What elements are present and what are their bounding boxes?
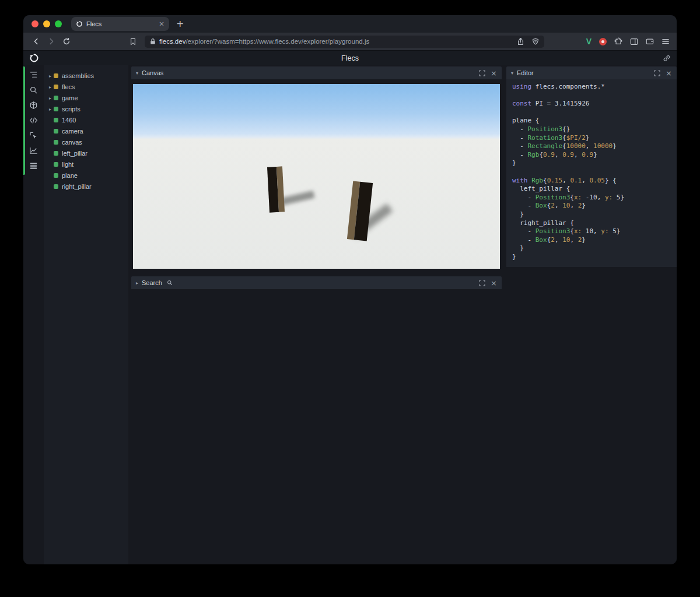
browser-window: Flecs × + flecs.dev/explorer/?wasm=https…: [23, 15, 677, 564]
tab-title: Flecs: [86, 20, 155, 27]
url-text: flecs.dev/explorer/?wasm=https://www.fle…: [159, 38, 513, 45]
canvas-panel-title: Canvas: [142, 69, 163, 76]
expand-chevron-icon[interactable]: ▸: [49, 107, 51, 112]
expand-chevron-icon[interactable]: ▸: [49, 96, 51, 101]
tree-item-scripts[interactable]: ▸scripts: [47, 103, 128, 114]
tree-item-assemblies[interactable]: ▸assemblies: [47, 70, 128, 81]
lock-icon: [150, 38, 156, 45]
canvas-panel-header[interactable]: ▾ Canvas ×: [131, 66, 502, 79]
code-line: [512, 108, 671, 117]
code-line: - Box{2, 10, 2}: [512, 202, 671, 210]
new-tab-button[interactable]: +: [176, 19, 184, 29]
tree-item-canvas[interactable]: canvas: [47, 136, 128, 148]
editor-panel-header[interactable]: ▾ Editor ×: [506, 66, 677, 79]
code-line: - Position3{}: [512, 125, 671, 134]
entities-cube-icon[interactable]: [26, 99, 41, 112]
search-magnifier-icon: [167, 280, 173, 286]
close-panel-icon[interactable]: ×: [666, 69, 672, 77]
code-line: using flecs.components.*: [512, 83, 671, 92]
brave-shield-icon[interactable]: [532, 38, 539, 45]
back-button[interactable]: [29, 34, 43, 48]
expand-chevron-icon[interactable]: ▸: [49, 73, 51, 79]
entity-color-icon: [54, 73, 58, 78]
tab-close-icon[interactable]: ×: [159, 20, 164, 27]
red-extension-icon[interactable]: [599, 38, 607, 45]
entity-color-icon: [54, 96, 58, 100]
url-actions: [517, 37, 539, 45]
entity-color-icon: [54, 173, 58, 178]
search-panel-header[interactable]: ▸ Search ×: [131, 276, 502, 289]
tree-item-camera[interactable]: camera: [47, 125, 128, 136]
expand-panel-icon[interactable]: [479, 70, 485, 76]
right-pillar-mesh: [347, 181, 373, 241]
entity-color-icon: [54, 162, 58, 167]
app-body: ▸assemblies▸flecs▸game▸scripts1460camera…: [23, 65, 677, 564]
code-line: }: [512, 253, 671, 262]
editor-panel-title: Editor: [517, 69, 534, 76]
extension-icons: V: [586, 37, 670, 46]
expand-panel-icon[interactable]: [654, 70, 660, 76]
entity-color-icon: [54, 118, 58, 122]
expand-chevron-icon[interactable]: ▸: [49, 85, 51, 90]
flecs-logo-icon[interactable]: [29, 53, 39, 63]
app-header: Flecs: [23, 50, 677, 65]
queries-list-icon[interactable]: [26, 159, 41, 173]
center-column: ▾ Canvas ×: [128, 65, 502, 564]
maximize-window-button[interactable]: [55, 20, 62, 27]
wallet-icon[interactable]: [646, 38, 654, 45]
forward-button[interactable]: [44, 34, 58, 48]
tree-item-right_pillar[interactable]: right_pillar: [47, 181, 128, 192]
tree-item-label: light: [62, 161, 74, 168]
reload-button[interactable]: [60, 34, 74, 48]
code-line: with Rgb{0.15, 0.1, 0.05} {: [512, 177, 671, 185]
tree-item-label: scripts: [62, 106, 80, 113]
editor-panel: ▾ Editor × using flecs.components.* cons…: [506, 65, 677, 564]
expand-panel-icon[interactable]: [479, 280, 485, 286]
chevron-right-icon[interactable]: ▸: [136, 280, 138, 286]
share-link-icon[interactable]: [663, 54, 671, 62]
sidebar-toggle-icon[interactable]: [630, 38, 638, 45]
bookmark-icon[interactable]: [126, 34, 140, 48]
vue-devtools-icon[interactable]: V: [586, 37, 592, 46]
tree-item-plane[interactable]: plane: [47, 170, 128, 181]
search-panel-actions: ×: [479, 279, 497, 287]
left-menu-bar: [23, 65, 44, 564]
share-icon[interactable]: [517, 37, 524, 45]
url-path: /explorer/?wasm=https://www.flecs.dev/ex…: [186, 38, 369, 45]
tree-item-label: game: [62, 94, 78, 101]
tab-strip: Flecs × +: [23, 15, 677, 33]
tree-item-game[interactable]: ▸game: [47, 92, 128, 103]
code-line: }: [512, 244, 671, 253]
chevron-down-icon[interactable]: ▾: [511, 71, 513, 76]
minimize-window-button[interactable]: [43, 20, 50, 27]
browser-tab[interactable]: Flecs ×: [71, 17, 169, 31]
menu-accent-strip: [23, 66, 25, 175]
menu-icon[interactable]: [662, 38, 670, 45]
outliner-icon[interactable]: [26, 68, 41, 82]
search-panel-title: Search: [142, 279, 162, 286]
code-line: }: [512, 210, 671, 219]
tree-item-left_pillar[interactable]: left_pillar: [47, 148, 128, 159]
3d-viewport[interactable]: [133, 84, 500, 269]
code-icon[interactable]: [26, 114, 41, 127]
address-bar[interactable]: flecs.dev/explorer/?wasm=https://www.fle…: [145, 36, 544, 48]
search-icon[interactable]: [26, 83, 41, 97]
entity-color-icon: [54, 107, 58, 111]
close-window-button[interactable]: [32, 20, 38, 27]
tree-item-light[interactable]: light: [47, 159, 128, 170]
tree-item-1460[interactable]: 1460: [47, 114, 128, 125]
chevron-down-icon[interactable]: ▾: [136, 71, 138, 76]
code-line: right_pillar {: [512, 219, 671, 228]
tree-item-label: camera: [62, 128, 83, 135]
editor-code[interactable]: using flecs.components.* const PI = 3.14…: [506, 79, 677, 267]
tree-item-label: 1460: [62, 117, 76, 124]
close-panel-icon[interactable]: ×: [491, 279, 497, 287]
url-domain: flecs.dev: [159, 38, 186, 45]
inspect-cursor-icon[interactable]: [26, 129, 41, 142]
extensions-puzzle-icon[interactable]: [614, 37, 622, 45]
tree-item-flecs[interactable]: ▸flecs: [47, 81, 128, 92]
stats-chart-icon[interactable]: [26, 144, 41, 157]
entity-color-icon: [54, 151, 58, 156]
code-line: [512, 92, 671, 100]
close-panel-icon[interactable]: ×: [491, 69, 497, 77]
